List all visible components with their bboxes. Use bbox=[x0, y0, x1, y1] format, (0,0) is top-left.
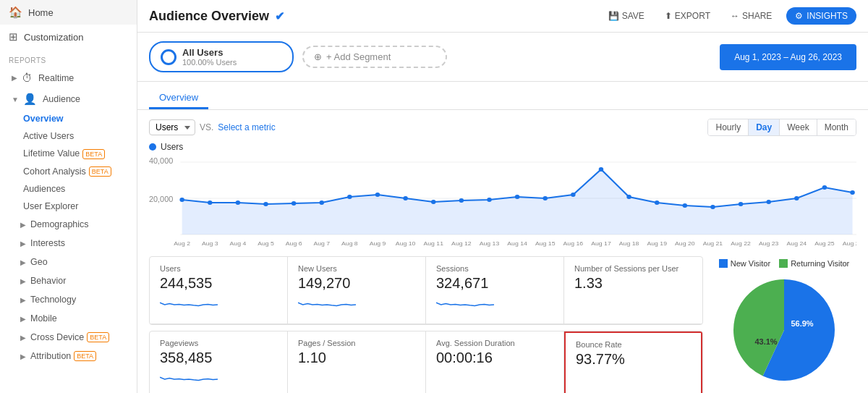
line-chart: 40,000 20,000 Aug 2Aug 3Aug 4Aug 5Aug 6A… bbox=[149, 155, 856, 249]
export-button[interactable]: ⬆ EXPORT bbox=[659, 8, 716, 24]
plus-icon: ⊕ bbox=[314, 51, 322, 62]
sidebar-item-realtime[interactable]: ▶ ⏱ Realtime bbox=[0, 67, 137, 88]
reports-section-label: REPORTS bbox=[0, 49, 137, 67]
sidebar-item-interests[interactable]: ▶ Interests bbox=[0, 234, 137, 253]
sidebar-item-audiences[interactable]: Audiences bbox=[0, 180, 137, 198]
svg-text:Aug 5: Aug 5 bbox=[258, 240, 274, 247]
chevron-icon: ▶ bbox=[20, 352, 26, 360]
pie-legend-returning: Returning Visitor bbox=[779, 259, 849, 268]
svg-text:Aug 23: Aug 23 bbox=[759, 240, 779, 247]
segment-row: All Users 100.00% Users ⊕ + Add Segment … bbox=[137, 33, 868, 82]
svg-text:40,000: 40,000 bbox=[149, 157, 173, 165]
stat-cell-pageviews: Pageviews 358,485 bbox=[150, 331, 288, 393]
sidebar-item-attribution[interactable]: ▶ AttributionBETA bbox=[0, 347, 137, 365]
time-btn-week[interactable]: Week bbox=[779, 119, 816, 135]
select-metric-link[interactable]: Select a metric bbox=[218, 122, 275, 132]
returning-visitor-color bbox=[779, 259, 788, 268]
svg-point-17 bbox=[515, 195, 520, 199]
grid-icon: ⊞ bbox=[9, 30, 18, 43]
sidebar-item-demographics[interactable]: ▶ Demographics bbox=[0, 215, 137, 234]
verified-icon: ✔ bbox=[275, 9, 284, 23]
insights-icon: ⚙ bbox=[795, 11, 803, 21]
svg-point-23 bbox=[683, 203, 688, 208]
stat-cell-sessions-per-user: Number of Sessions per User 1.33 bbox=[564, 257, 702, 324]
svg-text:Aug 7: Aug 7 bbox=[313, 240, 330, 247]
svg-text:Aug 15: Aug 15 bbox=[535, 240, 556, 247]
svg-point-12 bbox=[375, 193, 380, 197]
legend-label: Users bbox=[161, 142, 183, 152]
sidebar-item-lifetime-value[interactable]: Lifetime ValueBETA bbox=[0, 145, 137, 163]
svg-text:Aug 2: Aug 2 bbox=[174, 240, 190, 247]
stat-cell-users: Users 244,535 bbox=[150, 257, 288, 324]
export-icon: ⬆ bbox=[665, 11, 672, 21]
sidebar-item-geo[interactable]: ▶ Geo bbox=[0, 253, 137, 271]
insights-button[interactable]: ⚙ INSIGHTS bbox=[786, 7, 856, 25]
sidebar-item-audience[interactable]: ▼ 👤 Audience bbox=[0, 88, 137, 110]
svg-point-7 bbox=[236, 200, 241, 205]
svg-text:Aug 10: Aug 10 bbox=[396, 240, 416, 247]
svg-text:Aug 4: Aug 4 bbox=[230, 240, 247, 247]
svg-point-29 bbox=[850, 190, 855, 195]
pie-chart: 56.9% 43.1% bbox=[726, 272, 842, 388]
save-button[interactable]: 💾 SAVE bbox=[603, 8, 650, 24]
sidebar-item-behavior[interactable]: ▶ Behavior bbox=[0, 271, 137, 290]
sidebar-item-active-users[interactable]: Active Users bbox=[0, 127, 137, 145]
svg-point-20 bbox=[599, 167, 604, 172]
chevron-icon: ▶ bbox=[20, 258, 26, 266]
svg-point-16 bbox=[487, 198, 492, 202]
chevron-icon: ▶ bbox=[20, 240, 26, 248]
time-buttons: Hourly Day Week Month bbox=[707, 119, 856, 136]
sidebar-item-home[interactable]: 🏠 Home bbox=[0, 0, 137, 25]
chevron-icon: ▶ bbox=[20, 296, 26, 304]
all-users-segment[interactable]: All Users 100.00% Users bbox=[149, 41, 294, 72]
stats-right: New Visitor Returning Visitor 56.9% 43.1… bbox=[712, 256, 856, 393]
svg-point-10 bbox=[319, 200, 324, 205]
realtime-icon: ⏱ bbox=[22, 72, 33, 84]
sidebar-item-technology[interactable]: ▶ Technology bbox=[0, 290, 137, 309]
time-btn-month[interactable]: Month bbox=[817, 119, 856, 135]
tab-overview[interactable]: Overview bbox=[149, 88, 208, 109]
sidebar-item-customization[interactable]: ⊞ Customization bbox=[0, 25, 137, 49]
stats-grid-row1: Users 244,535New Users 149,270Sessions 3… bbox=[149, 256, 703, 325]
home-icon: 🏠 bbox=[9, 6, 22, 19]
svg-text:Aug 25: Aug 25 bbox=[814, 240, 835, 247]
svg-text:Aug 9: Aug 9 bbox=[370, 240, 386, 247]
sidebar-item-mobile[interactable]: ▶ Mobile bbox=[0, 309, 137, 328]
svg-point-26 bbox=[766, 200, 771, 204]
page-title: Audience Overview ✔ bbox=[149, 9, 284, 24]
metric-selector: Users VS. Select a metric bbox=[149, 119, 276, 135]
chart-legend: Users bbox=[149, 142, 856, 152]
share-icon: ↔ bbox=[731, 11, 739, 21]
svg-text:Aug 26: Aug 26 bbox=[843, 240, 856, 247]
chevron-icon: ▶ bbox=[20, 334, 26, 342]
chevron-icon: ▼ bbox=[12, 96, 19, 103]
chevron-icon: ▶ bbox=[20, 221, 26, 229]
sidebar-item-label: Realtime bbox=[38, 73, 74, 83]
segment-circle bbox=[161, 49, 176, 65]
date-range-button[interactable]: Aug 1, 2023 – Aug 26, 2023 bbox=[720, 44, 856, 70]
sidebar-item-cohort-analysis[interactable]: Cohort AnalysisBETA bbox=[0, 163, 137, 181]
time-btn-day[interactable]: Day bbox=[748, 119, 779, 135]
svg-text:Aug 12: Aug 12 bbox=[451, 240, 472, 247]
legend-dot bbox=[149, 143, 156, 151]
topbar: Audience Overview ✔ 💾 SAVE ⬆ EXPORT ↔ SH… bbox=[137, 0, 868, 33]
tab-row: Overview bbox=[137, 82, 868, 110]
sidebar-item-cross-device[interactable]: ▶ Cross DeviceBETA bbox=[0, 328, 137, 347]
share-button[interactable]: ↔ SHARE bbox=[725, 8, 778, 24]
svg-point-27 bbox=[794, 196, 799, 200]
svg-text:Aug 6: Aug 6 bbox=[286, 240, 302, 247]
svg-point-15 bbox=[459, 198, 464, 203]
stat-cell-avg-session-duration: Avg. Session Duration 00:00:16 bbox=[426, 331, 564, 393]
metric-dropdown[interactable]: Users bbox=[149, 119, 195, 135]
segment-info: All Users 100.00% Users bbox=[182, 47, 237, 67]
svg-point-18 bbox=[542, 196, 548, 200]
audience-icon: 👤 bbox=[23, 93, 37, 106]
stat-cell-pages-per-session: Pages / Session 1.10 bbox=[288, 331, 426, 393]
add-segment-button[interactable]: ⊕ + Add Segment bbox=[302, 46, 447, 68]
sidebar-item-overview[interactable]: Overview bbox=[0, 110, 137, 127]
svg-text:Aug 3: Aug 3 bbox=[202, 240, 218, 247]
sidebar-item-user-explorer[interactable]: User Explorer bbox=[0, 198, 137, 215]
chart-controls: Users VS. Select a metric Hourly Day Wee… bbox=[149, 119, 856, 136]
svg-point-14 bbox=[431, 200, 436, 204]
time-btn-hourly[interactable]: Hourly bbox=[708, 119, 748, 135]
